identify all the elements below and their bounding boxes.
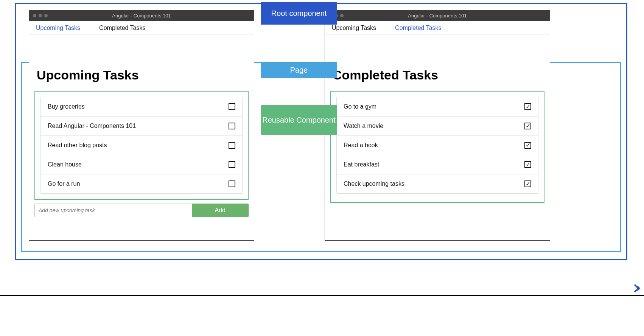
spacer	[325, 34, 550, 57]
add-task-row: Add	[34, 204, 249, 217]
task-row: Eat breakfast	[337, 155, 538, 174]
task-list: Buy groceriesRead Angular - Components 1…	[40, 97, 243, 194]
diagram-canvas: Angular - Components 101 Upcoming Tasks …	[15, 3, 627, 260]
task-checkbox[interactable]	[524, 142, 531, 149]
task-row: Read Angular - Components 101	[41, 117, 242, 136]
footer-rule	[0, 295, 644, 296]
reusable-component-label: Reusable Component	[261, 105, 337, 135]
task-label: Go for a run	[48, 180, 80, 187]
logo-icon	[632, 283, 642, 294]
task-checkbox[interactable]	[524, 180, 531, 187]
task-checkbox[interactable]	[229, 180, 235, 187]
browser-window-completed: Angular - Components 101 Upcoming Tasks …	[325, 10, 550, 241]
page-label: Page	[261, 62, 337, 78]
reusable-component-border: Buy groceriesRead Angular - Components 1…	[34, 91, 249, 200]
task-label: Clean house	[48, 161, 82, 168]
nav-tabs: Upcoming Tasks Completed Tasks	[325, 21, 550, 34]
task-row: Clean house	[41, 155, 242, 174]
task-row: Buy groceries	[41, 97, 242, 117]
task-list: Go to a gymWatch a movieRead a bookEat b…	[336, 97, 538, 194]
root-component-label: Root component	[261, 2, 337, 25]
window-title: Angular - Components 101	[325, 13, 550, 19]
tab-upcoming[interactable]: Upcoming Tasks	[332, 25, 376, 34]
page-title: Upcoming Tasks	[29, 57, 254, 87]
task-checkbox[interactable]	[229, 123, 235, 129]
task-label: Read other blog posts	[48, 142, 107, 149]
task-label: Buy groceries	[48, 103, 85, 110]
task-label: Eat breakfast	[344, 161, 379, 168]
browser-window-upcoming: Angular - Components 101 Upcoming Tasks …	[29, 10, 254, 241]
reusable-component-border: Go to a gymWatch a movieRead a bookEat b…	[330, 91, 544, 203]
add-button[interactable]: Add	[192, 204, 249, 217]
spacer	[29, 34, 254, 57]
add-task-input[interactable]	[34, 204, 192, 217]
task-label: Read a book	[344, 142, 378, 149]
task-row: Check upcoming tasks	[337, 174, 538, 193]
task-row: Watch a movie	[337, 117, 538, 136]
task-checkbox[interactable]	[524, 161, 531, 168]
task-checkbox[interactable]	[229, 142, 235, 149]
task-row: Read other blog posts	[41, 136, 242, 155]
task-row: Go to a gym	[337, 97, 538, 117]
task-checkbox[interactable]	[229, 103, 235, 110]
task-label: Check upcoming tasks	[344, 180, 404, 187]
task-row: Go for a run	[41, 174, 242, 193]
tab-completed[interactable]: Completed Tasks	[99, 25, 145, 34]
window-titlebar: Angular - Components 101	[29, 10, 254, 21]
window-titlebar: Angular - Components 101	[325, 10, 550, 21]
hierarchy-labels: Root component Page Reusable Component	[261, 3, 337, 260]
task-checkbox[interactable]	[229, 161, 235, 168]
tab-upcoming[interactable]: Upcoming Tasks	[36, 25, 80, 34]
nav-tabs: Upcoming Tasks Completed Tasks	[29, 21, 254, 34]
page-title: Completed Tasks	[325, 57, 550, 87]
task-label: Go to a gym	[344, 103, 376, 110]
task-checkbox[interactable]	[524, 123, 531, 129]
task-checkbox[interactable]	[524, 103, 531, 110]
tab-completed[interactable]: Completed Tasks	[395, 25, 441, 34]
window-title: Angular - Components 101	[29, 13, 254, 19]
task-row: Read a book	[337, 136, 538, 155]
task-label: Read Angular - Components 101	[48, 123, 136, 129]
task-label: Watch a movie	[344, 123, 383, 129]
